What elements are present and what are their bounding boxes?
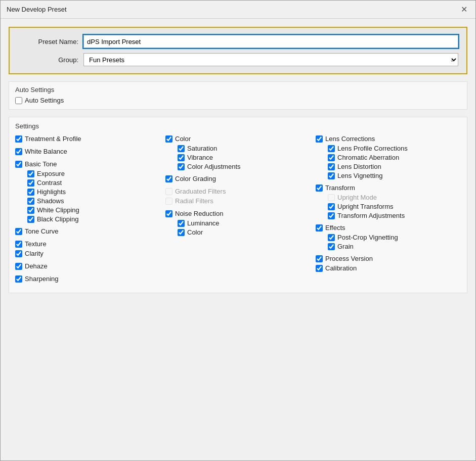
lens-profile-corrections-label: Lens Profile Corrections (337, 145, 408, 152)
white-clipping-checkbox[interactable] (27, 207, 34, 214)
list-item: Lens Distortion (328, 163, 461, 170)
group-select[interactable]: Fun Presets User Presets Default (83, 53, 458, 66)
effects-label: Effects (325, 224, 345, 232)
list-item: Color Grading (165, 175, 311, 182)
texture-checkbox[interactable] (15, 241, 22, 248)
exposure-checkbox[interactable] (27, 170, 34, 177)
list-item: Transform Adjustments (328, 212, 461, 219)
upright-mode-label: Upright Mode (337, 194, 377, 201)
basic-tone-checkbox[interactable] (15, 161, 22, 168)
settings-col2: Color Saturation Vibrance (165, 135, 316, 285)
clarity-checkbox[interactable] (15, 250, 22, 257)
list-item: Basic Tone (15, 160, 160, 168)
chromatic-aberration-checkbox[interactable] (328, 154, 335, 161)
settings-col1: Treatment & Profile White Balance Basic … (15, 135, 165, 285)
color-nr-checkbox[interactable] (178, 229, 185, 236)
sharpening-checkbox[interactable] (15, 275, 22, 283)
transform-adjustments-checkbox[interactable] (328, 212, 335, 219)
radial-filters-checkbox[interactable] (165, 198, 172, 205)
upright-transforms-checkbox[interactable] (328, 203, 335, 210)
vibrance-label: Vibrance (187, 154, 213, 161)
saturation-label: Saturation (187, 145, 217, 152)
list-item: Chromatic Aberration (328, 154, 461, 161)
list-item: White Balance (15, 148, 160, 155)
dehaze-checkbox[interactable] (15, 263, 22, 270)
treatment-profile-label: Treatment & Profile (25, 135, 81, 143)
highlights-checkbox[interactable] (27, 189, 34, 196)
window: New Develop Preset ✕ Preset Name: Group:… (0, 0, 476, 461)
list-item: White Clipping (27, 206, 160, 214)
white-clipping-label: White Clipping (37, 206, 79, 214)
color-adjustments-checkbox[interactable] (178, 163, 185, 170)
list-item: Transform (316, 184, 461, 192)
lens-vignetting-checkbox[interactable] (328, 172, 335, 179)
shadows-label: Shadows (37, 197, 64, 205)
shadows-checkbox[interactable] (27, 198, 34, 205)
preset-name-label: Preset Name: (18, 38, 83, 45)
transform-checkbox[interactable] (316, 185, 323, 192)
black-clipping-label: Black Clipping (37, 215, 78, 223)
auto-settings-checkbox[interactable] (15, 97, 22, 104)
chromatic-aberration-label: Chromatic Aberration (337, 154, 399, 161)
list-item: Shadows (27, 197, 160, 205)
texture-label: Texture (25, 240, 47, 248)
grain-checkbox[interactable] (328, 243, 335, 250)
list-item: Saturation (178, 145, 311, 152)
graduated-filters-checkbox[interactable] (165, 188, 172, 195)
color-grading-checkbox[interactable] (165, 175, 172, 182)
calibration-label: Calibration (325, 264, 357, 272)
preset-name-input[interactable] (83, 35, 458, 48)
saturation-checkbox[interactable] (178, 145, 185, 152)
vibrance-checkbox[interactable] (178, 154, 185, 161)
process-version-label: Process Version (325, 255, 373, 262)
process-version-checkbox[interactable] (316, 255, 323, 262)
preset-name-row: Preset Name: (18, 35, 458, 48)
list-item: Lens Corrections (316, 135, 461, 143)
list-item: Graduated Filters (165, 188, 311, 195)
clarity-label: Clarity (25, 250, 44, 257)
settings-columns: Treatment & Profile White Balance Basic … (15, 135, 461, 285)
list-item: Black Clipping (27, 215, 160, 223)
calibration-checkbox[interactable] (316, 265, 323, 272)
color-nr-label: Color (187, 228, 203, 236)
color-label: Color (175, 135, 191, 143)
list-item: Grain (328, 243, 461, 250)
color-grading-label: Color Grading (175, 175, 216, 182)
list-item: Effects (316, 224, 461, 232)
list-item: Luminance (178, 219, 311, 227)
lens-profile-corrections-checkbox[interactable] (328, 145, 335, 152)
list-item: Texture (15, 240, 160, 248)
list-item: Tone Curve (15, 227, 160, 235)
treatment-profile-checkbox[interactable] (15, 135, 22, 143)
settings-col3: Lens Corrections Lens Profile Correction… (316, 135, 461, 285)
sharpening-label: Sharpening (25, 275, 59, 283)
lens-corrections-checkbox[interactable] (316, 135, 323, 143)
tone-curve-checkbox[interactable] (15, 228, 22, 235)
close-button[interactable]: ✕ (459, 5, 469, 14)
dehaze-label: Dehaze (25, 262, 48, 270)
effects-checkbox[interactable] (316, 224, 323, 232)
contrast-checkbox[interactable] (27, 179, 34, 187)
black-clipping-checkbox[interactable] (27, 216, 34, 223)
list-item: Upright Mode (328, 194, 461, 201)
upright-mode-checkbox[interactable] (328, 194, 335, 201)
noise-reduction-checkbox[interactable] (165, 210, 172, 217)
color-checkbox[interactable] (165, 135, 172, 143)
settings-title: Settings (15, 122, 461, 130)
lens-distortion-checkbox[interactable] (328, 163, 335, 170)
tone-curve-label: Tone Curve (25, 227, 58, 235)
list-item: Lens Vignetting (328, 172, 461, 179)
list-item: Process Version (316, 255, 461, 262)
auto-settings-row: Auto Settings (15, 97, 461, 104)
upright-transforms-label: Upright Transforms (337, 203, 394, 210)
list-item: Exposure (27, 170, 160, 177)
radial-filters-label: Radial Filters (175, 197, 213, 205)
luminance-label: Luminance (187, 219, 220, 227)
post-crop-vignetting-checkbox[interactable] (328, 234, 335, 241)
lens-distortion-label: Lens Distortion (337, 163, 381, 170)
list-item: Sharpening (15, 275, 160, 283)
luminance-checkbox[interactable] (178, 220, 185, 227)
list-item: Contrast (27, 179, 160, 187)
white-balance-checkbox[interactable] (15, 148, 22, 155)
main-content: Preset Name: Group: Fun Presets User Pre… (1, 19, 475, 301)
